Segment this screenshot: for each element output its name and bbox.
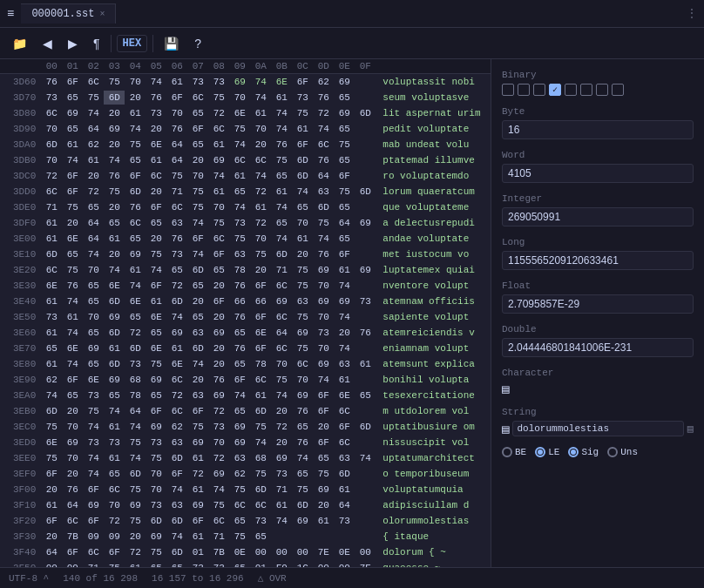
hex-byte[interactable]: 6F — [41, 467, 62, 481]
hex-byte[interactable]: 65 — [146, 326, 166, 340]
hex-byte[interactable]: 74 — [250, 91, 271, 105]
hex-byte[interactable]: 6C — [250, 498, 271, 512]
hex-byte[interactable]: 70 — [83, 310, 104, 324]
hex-byte[interactable]: 74 — [125, 279, 146, 293]
hex-byte[interactable]: 69 — [271, 451, 292, 465]
hex-byte[interactable]: 09 — [83, 530, 104, 544]
hex-byte[interactable]: 74 — [229, 389, 250, 402]
hex-byte[interactable]: 75 — [334, 185, 355, 199]
hex-byte[interactable]: 65 — [229, 561, 250, 567]
hex-byte[interactable]: 76 — [292, 404, 313, 418]
hex-byte[interactable]: 74 — [83, 467, 104, 481]
table-row[interactable]: 3D806C69742061737065726E61747572696Dlit … — [0, 105, 491, 121]
hex-byte[interactable]: 6E — [41, 436, 62, 449]
hex-byte[interactable]: 20 — [104, 200, 125, 214]
hex-byte[interactable]: 74 — [250, 75, 271, 89]
hex-byte[interactable]: 70 — [62, 420, 83, 434]
hex-byte[interactable]: 69 — [271, 294, 292, 308]
hex-byte[interactable]: 61 — [41, 294, 62, 308]
hex-byte[interactable]: 75 — [208, 498, 229, 512]
hex-byte[interactable]: 78 — [125, 389, 146, 402]
hex-byte[interactable]: 65 — [62, 122, 83, 136]
hex-byte[interactable]: 6D — [355, 420, 376, 434]
hex-byte[interactable]: 20 — [313, 420, 334, 434]
hex-byte[interactable]: 61 — [125, 263, 146, 277]
hex-byte[interactable]: 65 — [125, 232, 146, 246]
hex-byte[interactable]: 61 — [41, 232, 62, 246]
hex-byte[interactable]: 70 — [41, 153, 62, 167]
hex-byte[interactable]: 65 — [292, 467, 313, 481]
newline-button[interactable]: ¶ — [88, 33, 105, 54]
hex-byte[interactable]: 69 — [229, 420, 250, 434]
hex-byte[interactable]: 61 — [250, 106, 271, 120]
hex-byte[interactable]: 01 — [250, 561, 271, 567]
hex-byte[interactable]: 64 — [62, 498, 83, 512]
hex-byte[interactable]: 75 — [83, 91, 104, 105]
hex-byte[interactable]: 70 — [250, 232, 271, 246]
hex-byte[interactable]: 20 — [313, 498, 334, 512]
hex-byte[interactable]: 6F — [313, 389, 334, 402]
hex-byte[interactable]: 74 — [187, 357, 208, 371]
hex-byte[interactable]: 6D — [166, 514, 187, 528]
hex-byte[interactable]: 74 — [104, 153, 125, 167]
binary-checkbox-4[interactable] — [565, 84, 577, 96]
hex-byte[interactable]: 73 — [166, 247, 187, 261]
hex-byte[interactable]: 76 — [146, 91, 166, 105]
hex-byte[interactable]: 63 — [292, 294, 313, 308]
hex-byte[interactable]: 62 — [41, 373, 62, 387]
table-row[interactable]: 3E5073617069656E746520766F6C757074sapien… — [0, 309, 491, 325]
hex-byte[interactable]: 65 — [313, 451, 334, 465]
hex-byte[interactable]: 65 — [83, 326, 104, 340]
hex-byte[interactable]: 72 — [187, 467, 208, 481]
hex-byte[interactable]: 6D — [104, 294, 125, 308]
hex-byte[interactable]: 75 — [313, 467, 334, 481]
hex-byte[interactable]: 75 — [292, 310, 313, 324]
hex-byte[interactable]: 75 — [146, 357, 166, 371]
hex-byte[interactable]: 20 — [187, 373, 208, 387]
hex-byte[interactable]: 74 — [334, 279, 355, 293]
hex-byte[interactable]: 63 — [229, 451, 250, 465]
binary-checkbox-0[interactable] — [502, 84, 514, 96]
hex-byte[interactable]: 69 — [208, 153, 229, 167]
hex-byte[interactable]: 74 — [271, 514, 292, 528]
float-value[interactable] — [502, 294, 694, 314]
hex-byte[interactable]: 74 — [271, 389, 292, 402]
hex-byte[interactable]: 61 — [292, 122, 313, 136]
long-value[interactable] — [502, 251, 694, 270]
hex-byte[interactable]: 69 — [208, 467, 229, 481]
hex-byte[interactable]: 20 — [334, 326, 355, 340]
hex-byte[interactable]: 74 — [83, 106, 104, 120]
hex-byte[interactable]: 6F — [313, 436, 334, 449]
hex-byte[interactable]: 61 — [166, 75, 187, 89]
radio-item-sig[interactable]: Sig — [568, 447, 599, 457]
hex-byte[interactable]: 65 — [166, 263, 187, 277]
hex-byte[interactable]: 6C — [250, 153, 271, 167]
hex-byte[interactable]: 6C — [83, 545, 104, 559]
hex-byte[interactable]: 6F — [83, 483, 104, 497]
radio-item-le[interactable]: LE — [535, 447, 559, 457]
hex-byte[interactable]: 69 — [104, 122, 125, 136]
hex-byte[interactable]: 73 — [187, 561, 208, 567]
hex-rows-container[interactable]: 3D60766F6C75707461737369746E6F6269volupt… — [0, 74, 491, 567]
table-row[interactable]: 3E306E76656E746F726520766F6C757074nvento… — [0, 278, 491, 294]
hex-byte[interactable]: 6F — [334, 247, 355, 261]
hex-byte[interactable]: 20 — [187, 153, 208, 167]
table-row[interactable]: 3EA0746573657865726369746174696F6E65tese… — [0, 388, 491, 403]
hex-byte[interactable]: 62 — [166, 420, 187, 434]
table-row[interactable]: 3D90706564697420766F6C757074617465pedit … — [0, 121, 491, 137]
hex-byte[interactable]: 75 — [62, 263, 83, 277]
hex-byte[interactable]: 6F — [62, 75, 83, 89]
hex-byte[interactable]: 61 — [146, 294, 166, 308]
hex-byte[interactable]: 74 — [166, 310, 187, 324]
hex-byte[interactable]: 20 — [271, 404, 292, 418]
hex-byte[interactable]: 64 — [334, 216, 355, 230]
hex-byte[interactable]: 74 — [166, 530, 187, 544]
hex-byte[interactable]: 65 — [104, 216, 125, 230]
hex-byte[interactable]: 76 — [355, 326, 376, 340]
hex-byte[interactable]: 6D — [125, 467, 146, 481]
hex-byte[interactable]: 73 — [83, 389, 104, 402]
hex-byte[interactable]: 74 — [83, 420, 104, 434]
hex-byte[interactable]: 70 — [62, 451, 83, 465]
hex-byte[interactable]: 6F — [83, 514, 104, 528]
hex-byte[interactable]: 69 — [334, 294, 355, 308]
